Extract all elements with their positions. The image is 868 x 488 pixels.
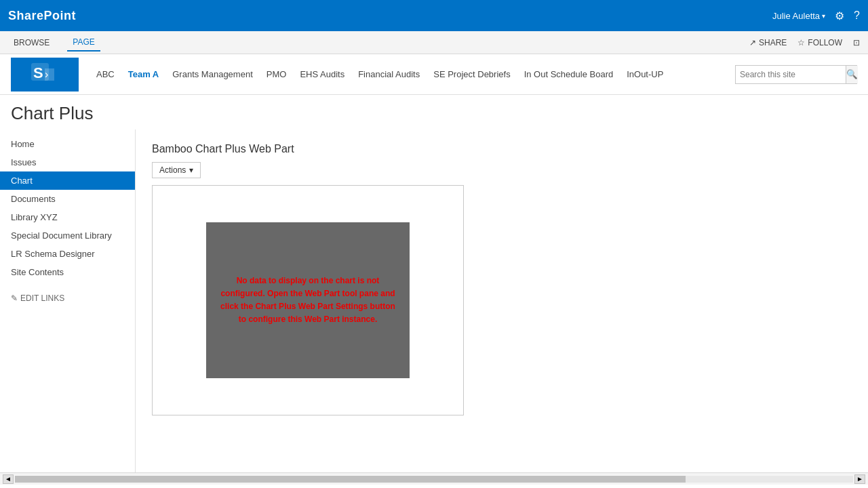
- scroll-right-arrow[interactable]: ►: [854, 474, 865, 484]
- nav-abc[interactable]: ABC: [90, 66, 121, 82]
- sidebar-item-home[interactable]: Home: [0, 135, 135, 153]
- webpart-title: Bamboo Chart Plus Web Part: [152, 143, 852, 155]
- svg-text:›: ›: [45, 68, 48, 80]
- chart-placeholder: No data to display on the chart is not c…: [206, 222, 410, 378]
- follow-action[interactable]: ☆ FOLLOW: [797, 38, 842, 47]
- sharepoint-logo: SharePoint: [8, 9, 76, 23]
- ribbon-bar: BROWSE PAGE ↗ SHARE ☆ FOLLOW ⊡: [0, 31, 868, 54]
- settings-icon[interactable]: ⚙: [835, 9, 844, 22]
- nav-ehs[interactable]: EHS Audits: [293, 66, 351, 82]
- sidebar-item-site-contents[interactable]: Site Contents: [0, 263, 135, 281]
- page-title: Chart Plus: [11, 103, 857, 124]
- sidebar-item-documents[interactable]: Documents: [0, 190, 135, 208]
- actions-bar: Actions ▾: [152, 162, 852, 178]
- sidebar-item-special-doc[interactable]: Special Document Library: [0, 226, 135, 245]
- help-icon[interactable]: ?: [854, 9, 860, 22]
- search-button[interactable]: 🔍: [846, 66, 858, 83]
- top-right: Julie Auletta ▾ ⚙ ?: [772, 9, 860, 22]
- sidebar: Home Issues Chart Documents Library XYZ …: [0, 129, 136, 472]
- user-name[interactable]: Julie Auletta ▾: [772, 11, 825, 21]
- pencil-icon: ✎: [11, 293, 18, 303]
- share-action[interactable]: ↗ SHARE: [749, 38, 787, 47]
- sidebar-item-chart[interactable]: Chart: [0, 171, 135, 190]
- chart-error-text: No data to display on the chart is not c…: [220, 274, 396, 327]
- site-header: S › ABC Team A Grants Management PMO EHS…: [0, 54, 868, 95]
- nav-grants[interactable]: Grants Management: [165, 66, 260, 82]
- svg-text:S: S: [33, 64, 43, 81]
- top-nav: ABC Team A Grants Management PMO EHS Aud…: [90, 66, 735, 82]
- ribbon-actions: ↗ SHARE ☆ FOLLOW ⊡: [749, 38, 860, 47]
- focus-icon: ⊡: [853, 38, 860, 47]
- ribbon-tab-page[interactable]: PAGE: [67, 33, 100, 52]
- nav-pmo[interactable]: PMO: [260, 66, 294, 82]
- sidebar-item-issues[interactable]: Issues: [0, 153, 135, 171]
- nav-inout-up[interactable]: InOut-UP: [620, 66, 670, 82]
- search-input[interactable]: [736, 70, 846, 79]
- ribbon-tab-browse[interactable]: BROWSE: [8, 34, 55, 52]
- focus-action[interactable]: ⊡: [853, 38, 860, 47]
- chart-container: No data to display on the chart is not c…: [152, 185, 464, 415]
- search-box: 🔍: [735, 65, 857, 84]
- scroll-thumb-horizontal: [15, 476, 686, 483]
- bottom-scrollbar: ◄ ►: [0, 472, 868, 485]
- top-bar: SharePoint Julie Auletta ▾ ⚙ ?: [0, 0, 868, 31]
- content-area: Bamboo Chart Plus Web Part Actions ▾ No …: [136, 129, 868, 472]
- share-icon: ↗: [749, 38, 756, 47]
- nav-financial[interactable]: Financial Audits: [351, 66, 427, 82]
- main-layout: Home Issues Chart Documents Library XYZ …: [0, 129, 868, 472]
- star-icon: ☆: [797, 38, 805, 47]
- sidebar-footer: ✎ EDIT LINKS: [0, 285, 135, 311]
- site-logo: S ›: [11, 58, 79, 92]
- nav-team-a[interactable]: Team A: [121, 66, 166, 82]
- nav-se-project[interactable]: SE Project Debriefs: [427, 66, 517, 82]
- sharepoint-s-icon: S ›: [30, 62, 60, 87]
- nav-inout-board[interactable]: In Out Schedule Board: [517, 66, 620, 82]
- sidebar-item-lr-schema[interactable]: LR Schema Designer: [0, 245, 135, 263]
- scroll-left-arrow[interactable]: ◄: [3, 474, 14, 484]
- sidebar-item-library-xyz[interactable]: Library XYZ: [0, 208, 135, 226]
- page-title-area: Chart Plus: [0, 95, 868, 129]
- edit-links-button[interactable]: ✎ EDIT LINKS: [11, 293, 124, 303]
- scroll-track-horizontal[interactable]: [15, 476, 853, 483]
- actions-button[interactable]: Actions ▾: [152, 162, 201, 178]
